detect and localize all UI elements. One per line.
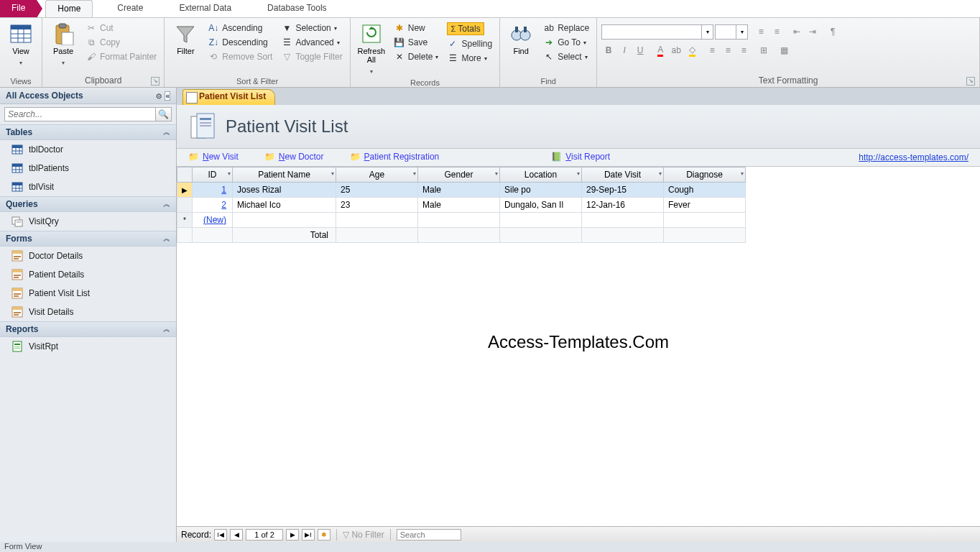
- column-dropdown-icon[interactable]: ▾: [331, 170, 334, 177]
- table-row[interactable]: 2Michael Ico23MaleDungalo, San Il12-Jan-…: [177, 198, 746, 213]
- font-combo[interactable]: ▾: [601, 24, 713, 40]
- nav-item[interactable]: tblPatients: [0, 159, 176, 178]
- find-button[interactable]: Find: [504, 21, 537, 57]
- doc-tab[interactable]: Patient Visit List: [182, 89, 275, 105]
- indent-decrease-button[interactable]: ⇤: [790, 24, 804, 39]
- row-selector[interactable]: [177, 198, 193, 213]
- totals-button[interactable]: Σ Totals: [444, 21, 495, 37]
- nav-item[interactable]: Doctor Details: [0, 247, 176, 265]
- cell[interactable]: 25: [336, 183, 418, 198]
- last-record-button[interactable]: ▶I: [302, 529, 315, 540]
- textfmt-launcher[interactable]: ↘: [966, 77, 975, 86]
- nav-item[interactable]: Visit Details: [0, 303, 176, 321]
- record-position-input[interactable]: [246, 529, 283, 540]
- save-button[interactable]: 💾Save: [391, 35, 442, 50]
- remove-sort-button[interactable]: ⟲Remove Sort: [205, 50, 275, 64]
- datasheet[interactable]: ID▾Patient Name▾Age▾Gender▾Location▾Date…: [177, 167, 980, 526]
- tab-external-data[interactable]: External Data: [167, 0, 243, 17]
- nav-item[interactable]: Patient Visit List: [0, 284, 176, 303]
- view-button[interactable]: View: [4, 21, 37, 68]
- replace-button[interactable]: abReplace: [540, 21, 592, 35]
- bullets-button[interactable]: ≡: [754, 24, 768, 39]
- tab-database-tools[interactable]: Database Tools: [256, 0, 338, 17]
- toggle-filter-button[interactable]: ▽Toggle Filter: [278, 50, 345, 64]
- column-dropdown-icon[interactable]: ▾: [495, 170, 498, 177]
- spelling-button[interactable]: ✓Spelling: [444, 37, 495, 51]
- gridlines-button[interactable]: ⊞: [757, 43, 771, 58]
- refresh-all-button[interactable]: Refresh All: [355, 21, 388, 77]
- collapse-button[interactable]: «: [165, 91, 170, 101]
- ascending-button[interactable]: A↓Ascending: [205, 21, 275, 35]
- cell[interactable]: Cough: [664, 183, 746, 198]
- nav-cat-forms[interactable]: Forms︽: [0, 231, 176, 247]
- new-record-button[interactable]: ✱: [318, 529, 330, 540]
- cut-button[interactable]: ✂Cut: [83, 21, 160, 35]
- nav-item[interactable]: VisitRpt: [0, 337, 176, 356]
- prev-record-button[interactable]: ◀: [230, 529, 243, 540]
- column-dropdown-icon[interactable]: ▾: [659, 170, 662, 177]
- cell[interactable]: 23: [336, 198, 418, 213]
- bold-button[interactable]: B: [601, 43, 616, 58]
- cell[interactable]: 12-Jan-16: [582, 198, 664, 213]
- cell[interactable]: Dungalo, San Il: [500, 198, 582, 213]
- descending-button[interactable]: Z↓Descending: [205, 35, 275, 50]
- font-color-button[interactable]: A: [653, 43, 667, 58]
- italic-button[interactable]: I: [617, 43, 632, 58]
- highlight-button[interactable]: ab: [669, 43, 683, 58]
- row-selector[interactable]: *: [177, 213, 193, 228]
- select-button[interactable]: ↖Select ▾: [540, 50, 592, 64]
- nav-item[interactable]: VisitQry: [0, 212, 176, 231]
- align-right-button[interactable]: ≡: [736, 43, 751, 58]
- advanced-button[interactable]: ☰Advanced ▾: [278, 35, 345, 50]
- column-header[interactable]: Age▾: [336, 167, 418, 183]
- column-dropdown-icon[interactable]: ▾: [228, 170, 231, 177]
- column-header[interactable]: Location▾: [500, 167, 582, 183]
- nav-cat-reports[interactable]: Reports︽: [0, 321, 176, 337]
- cell[interactable]: Fever: [664, 198, 746, 213]
- copy-button[interactable]: ⧉Copy: [83, 35, 160, 50]
- column-header[interactable]: ID▾: [193, 167, 233, 183]
- cell[interactable]: Joses Rizal: [233, 183, 336, 198]
- indent-increase-button[interactable]: ⇥: [805, 24, 820, 39]
- column-dropdown-icon[interactable]: ▾: [741, 170, 744, 177]
- record-search-input[interactable]: [397, 529, 461, 540]
- column-dropdown-icon[interactable]: ▾: [577, 170, 580, 177]
- new-row[interactable]: *(New): [177, 213, 746, 228]
- selection-button[interactable]: ▼Selection ▾: [278, 21, 345, 35]
- text-direction-button[interactable]: ¶: [826, 24, 840, 39]
- format-painter-button[interactable]: 🖌Format Painter: [83, 50, 160, 64]
- nav-item[interactable]: Patient Details: [0, 265, 176, 284]
- first-record-button[interactable]: I◀: [214, 529, 227, 540]
- filter-indicator[interactable]: ▽ No Filter: [343, 530, 384, 540]
- cell-id[interactable]: 1: [193, 183, 233, 198]
- nav-item[interactable]: tblVisit: [0, 178, 176, 196]
- external-url-link[interactable]: http://access-templates.com/: [859, 152, 969, 162]
- cell[interactable]: Michael Ico: [233, 198, 336, 213]
- cell[interactable]: Sile po: [500, 183, 582, 198]
- cell[interactable]: Male: [418, 183, 500, 198]
- tab-file[interactable]: File: [0, 0, 37, 17]
- column-header[interactable]: Diagnose▾: [664, 167, 746, 183]
- table-row[interactable]: ▶1Joses Rizal25MaleSile po29-Sep-15Cough: [177, 183, 746, 198]
- clipboard-launcher[interactable]: ↘: [151, 77, 160, 86]
- select-all-cell[interactable]: [177, 167, 193, 183]
- tab-home[interactable]: Home: [45, 0, 93, 17]
- tab-create[interactable]: Create: [106, 0, 154, 17]
- nav-cat-tables[interactable]: Tables︽: [0, 124, 176, 140]
- new-visit-link[interactable]: 📁New Visit: [188, 152, 239, 163]
- nav-header[interactable]: All Access Objects ⊙«: [0, 88, 176, 104]
- filter-button[interactable]: Filter: [169, 21, 202, 57]
- align-left-button[interactable]: ≡: [705, 43, 719, 58]
- new-button[interactable]: ✱New: [391, 21, 442, 35]
- visit-report-link[interactable]: 📗Visit Report: [551, 152, 610, 163]
- cell-id[interactable]: 2: [193, 198, 233, 213]
- underline-button[interactable]: U: [633, 43, 647, 58]
- column-dropdown-icon[interactable]: ▾: [413, 170, 416, 177]
- cell-id[interactable]: (New): [193, 213, 233, 228]
- font-size-combo[interactable]: ▾: [715, 24, 748, 40]
- search-go-button[interactable]: 🔍: [156, 107, 172, 121]
- align-center-button[interactable]: ≡: [721, 43, 735, 58]
- cell[interactable]: 29-Sep-15: [582, 183, 664, 198]
- row-selector[interactable]: ▶: [177, 183, 193, 198]
- column-header[interactable]: Gender▾: [418, 167, 500, 183]
